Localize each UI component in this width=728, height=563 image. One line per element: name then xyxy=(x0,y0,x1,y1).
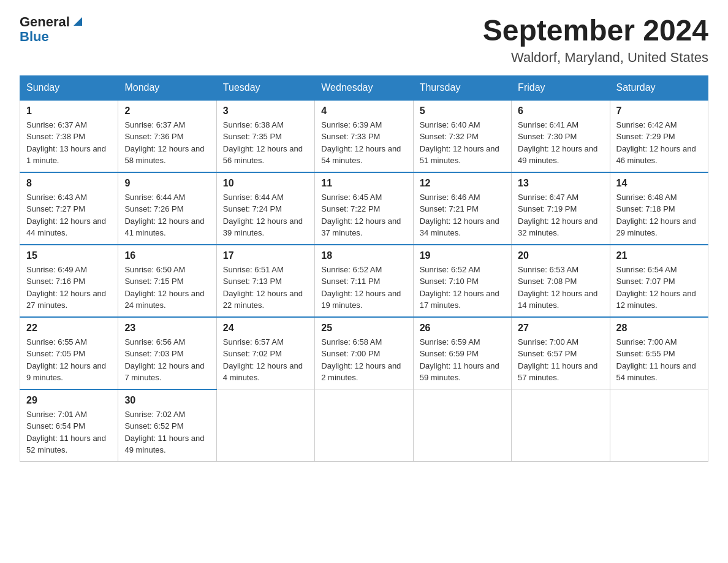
calendar-subtitle: Waldorf, Maryland, United States xyxy=(483,50,708,66)
weekday-header-saturday: Saturday xyxy=(610,75,708,100)
day-cell-5: 5 Sunrise: 6:40 AMSunset: 7:32 PMDayligh… xyxy=(413,100,511,172)
day-cell-23: 23 Sunrise: 6:56 AMSunset: 7:03 PMDaylig… xyxy=(118,317,216,389)
weekday-header-thursday: Thursday xyxy=(413,75,511,100)
day-cell-14: 14 Sunrise: 6:48 AMSunset: 7:18 PMDaylig… xyxy=(610,172,708,245)
week-row-1: 1 Sunrise: 6:37 AMSunset: 7:38 PMDayligh… xyxy=(20,100,708,172)
day-number: 2 xyxy=(124,105,210,117)
day-info: Sunrise: 7:00 AMSunset: 6:57 PMDaylight:… xyxy=(518,337,597,383)
day-cell-8: 8 Sunrise: 6:43 AMSunset: 7:27 PMDayligh… xyxy=(20,172,118,245)
day-info: Sunrise: 6:44 AMSunset: 7:24 PMDaylight:… xyxy=(223,193,303,238)
day-info: Sunrise: 6:50 AMSunset: 7:15 PMDaylight:… xyxy=(124,265,204,310)
day-cell-4: 4 Sunrise: 6:39 AMSunset: 7:33 PMDayligh… xyxy=(315,100,413,172)
day-cell-13: 13 Sunrise: 6:47 AMSunset: 7:19 PMDaylig… xyxy=(512,172,610,245)
day-cell-27: 27 Sunrise: 7:00 AMSunset: 6:57 PMDaylig… xyxy=(512,317,610,389)
calendar-title: September 2024 xyxy=(483,15,708,47)
day-cell-2: 2 Sunrise: 6:37 AMSunset: 7:36 PMDayligh… xyxy=(118,100,216,172)
day-info: Sunrise: 6:58 AMSunset: 7:00 PMDaylight:… xyxy=(321,337,401,383)
day-info: Sunrise: 7:00 AMSunset: 6:55 PMDaylight:… xyxy=(616,337,696,383)
day-cell-6: 6 Sunrise: 6:41 AMSunset: 7:30 PMDayligh… xyxy=(512,100,610,172)
empty-cell xyxy=(315,389,413,462)
day-number: 9 xyxy=(124,178,210,189)
day-cell-22: 22 Sunrise: 6:55 AMSunset: 7:05 PMDaylig… xyxy=(20,317,118,389)
day-number: 21 xyxy=(616,250,702,261)
day-info: Sunrise: 6:42 AMSunset: 7:29 PMDaylight:… xyxy=(616,120,696,166)
day-info: Sunrise: 6:56 AMSunset: 7:03 PMDaylight:… xyxy=(124,337,204,383)
day-number: 23 xyxy=(124,323,210,334)
week-row-5: 29 Sunrise: 7:01 AMSunset: 6:54 PMDaylig… xyxy=(20,389,708,462)
day-cell-12: 12 Sunrise: 6:46 AMSunset: 7:21 PMDaylig… xyxy=(413,172,511,245)
week-row-2: 8 Sunrise: 6:43 AMSunset: 7:27 PMDayligh… xyxy=(20,172,708,245)
page-header: General Blue September 2024 Waldorf, Mar… xyxy=(20,15,708,66)
day-cell-24: 24 Sunrise: 6:57 AMSunset: 7:02 PMDaylig… xyxy=(216,317,314,389)
day-number: 10 xyxy=(223,178,308,189)
day-cell-26: 26 Sunrise: 6:59 AMSunset: 6:59 PMDaylig… xyxy=(413,317,511,389)
day-cell-19: 19 Sunrise: 6:52 AMSunset: 7:10 PMDaylig… xyxy=(413,245,511,317)
day-number: 7 xyxy=(616,105,702,117)
day-info: Sunrise: 6:52 AMSunset: 7:10 PMDaylight:… xyxy=(420,265,499,310)
day-info: Sunrise: 6:48 AMSunset: 7:18 PMDaylight:… xyxy=(616,193,696,238)
title-block: September 2024 Waldorf, Maryland, United… xyxy=(483,15,708,66)
day-info: Sunrise: 6:37 AMSunset: 7:36 PMDaylight:… xyxy=(124,120,204,166)
day-info: Sunrise: 7:02 AMSunset: 6:52 PMDaylight:… xyxy=(124,410,204,455)
weekday-header-tuesday: Tuesday xyxy=(216,75,314,100)
day-number: 14 xyxy=(616,178,702,189)
empty-cell xyxy=(512,389,610,462)
logo-general-text: General xyxy=(20,15,70,29)
day-cell-21: 21 Sunrise: 6:54 AMSunset: 7:07 PMDaylig… xyxy=(610,245,708,317)
day-number: 8 xyxy=(26,178,112,189)
day-info: Sunrise: 6:52 AMSunset: 7:11 PMDaylight:… xyxy=(321,265,401,310)
day-info: Sunrise: 6:46 AMSunset: 7:21 PMDaylight:… xyxy=(420,193,499,238)
day-cell-9: 9 Sunrise: 6:44 AMSunset: 7:26 PMDayligh… xyxy=(118,172,216,245)
day-info: Sunrise: 6:37 AMSunset: 7:38 PMDaylight:… xyxy=(26,120,106,166)
week-row-4: 22 Sunrise: 6:55 AMSunset: 7:05 PMDaylig… xyxy=(20,317,708,389)
day-number: 13 xyxy=(518,178,603,189)
day-number: 5 xyxy=(420,105,505,117)
day-info: Sunrise: 6:41 AMSunset: 7:30 PMDaylight:… xyxy=(518,120,597,166)
day-number: 29 xyxy=(26,395,112,406)
day-info: Sunrise: 6:59 AMSunset: 6:59 PMDaylight:… xyxy=(420,337,499,383)
weekday-header-monday: Monday xyxy=(118,75,216,100)
day-number: 18 xyxy=(321,250,406,261)
logo-triangle-icon xyxy=(71,15,85,28)
day-cell-11: 11 Sunrise: 6:45 AMSunset: 7:22 PMDaylig… xyxy=(315,172,413,245)
day-cell-10: 10 Sunrise: 6:44 AMSunset: 7:24 PMDaylig… xyxy=(216,172,314,245)
weekday-header-wednesday: Wednesday xyxy=(315,75,413,100)
day-cell-1: 1 Sunrise: 6:37 AMSunset: 7:38 PMDayligh… xyxy=(20,100,118,172)
day-cell-30: 30 Sunrise: 7:02 AMSunset: 6:52 PMDaylig… xyxy=(118,389,216,462)
day-cell-17: 17 Sunrise: 6:51 AMSunset: 7:13 PMDaylig… xyxy=(216,245,314,317)
day-info: Sunrise: 6:49 AMSunset: 7:16 PMDaylight:… xyxy=(26,265,106,310)
week-row-3: 15 Sunrise: 6:49 AMSunset: 7:16 PMDaylig… xyxy=(20,245,708,317)
calendar-table: SundayMondayTuesdayWednesdayThursdayFrid… xyxy=(20,75,708,462)
day-info: Sunrise: 7:01 AMSunset: 6:54 PMDaylight:… xyxy=(26,410,106,455)
day-info: Sunrise: 6:45 AMSunset: 7:22 PMDaylight:… xyxy=(321,193,401,238)
day-number: 4 xyxy=(321,105,406,117)
day-number: 28 xyxy=(616,323,702,334)
day-number: 6 xyxy=(518,105,603,117)
day-info: Sunrise: 6:54 AMSunset: 7:07 PMDaylight:… xyxy=(616,265,696,310)
logo-blue-text: Blue xyxy=(20,29,49,44)
day-number: 26 xyxy=(420,323,505,334)
day-cell-16: 16 Sunrise: 6:50 AMSunset: 7:15 PMDaylig… xyxy=(118,245,216,317)
day-number: 19 xyxy=(420,250,505,261)
day-number: 17 xyxy=(223,250,308,261)
day-info: Sunrise: 6:53 AMSunset: 7:08 PMDaylight:… xyxy=(518,265,597,310)
day-number: 27 xyxy=(518,323,603,334)
day-info: Sunrise: 6:47 AMSunset: 7:19 PMDaylight:… xyxy=(518,193,597,238)
day-cell-18: 18 Sunrise: 6:52 AMSunset: 7:11 PMDaylig… xyxy=(315,245,413,317)
day-number: 16 xyxy=(124,250,210,261)
day-info: Sunrise: 6:39 AMSunset: 7:33 PMDaylight:… xyxy=(321,120,401,166)
day-cell-20: 20 Sunrise: 6:53 AMSunset: 7:08 PMDaylig… xyxy=(512,245,610,317)
day-number: 30 xyxy=(124,395,210,406)
day-number: 20 xyxy=(518,250,603,261)
day-info: Sunrise: 6:44 AMSunset: 7:26 PMDaylight:… xyxy=(124,193,204,238)
empty-cell xyxy=(413,389,511,462)
day-number: 24 xyxy=(223,323,308,334)
day-cell-3: 3 Sunrise: 6:38 AMSunset: 7:35 PMDayligh… xyxy=(216,100,314,172)
day-cell-7: 7 Sunrise: 6:42 AMSunset: 7:29 PMDayligh… xyxy=(610,100,708,172)
weekday-header-sunday: Sunday xyxy=(20,75,118,100)
day-info: Sunrise: 6:40 AMSunset: 7:32 PMDaylight:… xyxy=(420,120,499,166)
day-cell-29: 29 Sunrise: 7:01 AMSunset: 6:54 PMDaylig… xyxy=(20,389,118,462)
day-info: Sunrise: 6:55 AMSunset: 7:05 PMDaylight:… xyxy=(26,337,106,383)
day-info: Sunrise: 6:51 AMSunset: 7:13 PMDaylight:… xyxy=(223,265,303,310)
day-number: 3 xyxy=(223,105,308,117)
